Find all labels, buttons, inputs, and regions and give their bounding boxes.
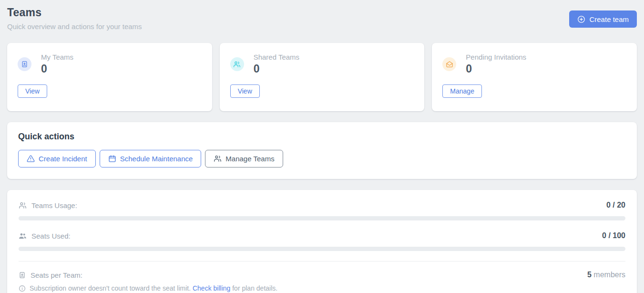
teams-usage-progress-bar	[19, 216, 625, 220]
manage-teams-button[interactable]: Manage Teams	[205, 150, 283, 167]
page-subtitle: Quick overview and actions for your team…	[7, 22, 142, 31]
note-text-before: Subscription owner doesn't count toward …	[30, 284, 193, 292]
teams-usage-label: Teams Usage:	[31, 201, 77, 209]
note-text-after: for plan details.	[230, 284, 277, 292]
create-incident-button[interactable]: Create Incident	[18, 150, 96, 167]
card-text: Pending Invitations 0	[466, 53, 526, 75]
my-teams-view-button[interactable]: View	[18, 84, 47, 98]
create-team-label: Create team	[589, 15, 629, 23]
shared-teams-view-button[interactable]: View	[230, 84, 260, 98]
quick-actions-title: Quick actions	[18, 132, 626, 142]
note-text: Subscription owner doesn't count toward …	[30, 284, 277, 292]
my-teams-card: My Teams 0 View	[7, 43, 212, 111]
contact-badge-icon	[18, 57, 31, 71]
users-icon	[214, 155, 222, 163]
seat-limit-note: Subscription owner doesn't count toward …	[19, 284, 625, 292]
info-circle-icon	[19, 285, 26, 292]
manage-teams-label: Manage Teams	[225, 155, 274, 163]
card-label: Pending Invitations	[466, 53, 526, 61]
card-text: My Teams 0	[41, 53, 73, 75]
schedule-maintenance-label: Schedule Maintenance	[120, 155, 193, 163]
users-outline-icon	[19, 201, 27, 209]
plus-circle-icon	[577, 15, 585, 23]
users-filled-icon	[19, 232, 27, 240]
page-header: Teams Quick overview and actions for you…	[7, 6, 637, 31]
seats-used-label: Seats Used:	[31, 232, 71, 240]
pending-invitations-manage-button[interactable]: Manage	[442, 84, 482, 98]
seats-per-team-label: Seats per Team:	[31, 271, 82, 279]
teams-page: Teams Quick overview and actions for you…	[0, 0, 644, 293]
create-team-button[interactable]: Create team	[569, 10, 637, 28]
quick-actions-buttons: Create Incident Schedule Maintenance Man…	[18, 150, 626, 167]
create-incident-label: Create Incident	[39, 155, 87, 163]
mail-open-icon	[442, 57, 456, 71]
divider	[19, 261, 625, 262]
card-value: 0	[41, 63, 73, 75]
seats-used-value: 0 / 100	[602, 231, 625, 240]
quick-actions-panel: Quick actions Create Incident Schedule M…	[7, 122, 637, 179]
teams-usage-label-group: Teams Usage:	[19, 201, 77, 209]
users-icon	[230, 57, 244, 71]
usage-panel: Teams Usage: 0 / 20 Seats Used: 0 / 100	[7, 190, 637, 293]
calendar-icon	[108, 155, 116, 163]
shared-teams-card: Shared Teams 0 View	[220, 43, 425, 111]
alert-triangle-icon	[27, 155, 35, 163]
seats-used-progress-bar	[19, 247, 625, 251]
contact-badge-icon	[19, 272, 26, 279]
card-value: 0	[466, 63, 526, 75]
schedule-maintenance-button[interactable]: Schedule Maintenance	[100, 150, 202, 167]
seats-used-label-group: Seats Used:	[19, 232, 71, 240]
seats-used-row: Seats Used: 0 / 100	[19, 231, 625, 240]
seats-per-team-suffix: members	[592, 271, 625, 279]
seats-per-team-count: 5	[587, 271, 592, 279]
page-title: Teams	[7, 6, 142, 19]
card-label: Shared Teams	[254, 53, 299, 61]
seats-per-team-label-group: Seats per Team:	[19, 271, 82, 279]
seats-per-team-value: 5 members	[587, 271, 625, 279]
card-value: 0	[254, 63, 299, 75]
pending-invitations-card: Pending Invitations 0 Manage	[432, 43, 637, 111]
header-text: Teams Quick overview and actions for you…	[7, 6, 142, 31]
card-text: Shared Teams 0	[254, 53, 299, 75]
summary-cards: My Teams 0 View Shared Teams 0 View	[7, 43, 637, 111]
card-label: My Teams	[41, 53, 73, 61]
teams-usage-value: 0 / 20	[606, 201, 625, 209]
seats-per-team-row: Seats per Team: 5 members	[19, 271, 625, 279]
teams-usage-row: Teams Usage: 0 / 20	[19, 201, 625, 209]
check-billing-link[interactable]: Check billing	[193, 284, 230, 292]
